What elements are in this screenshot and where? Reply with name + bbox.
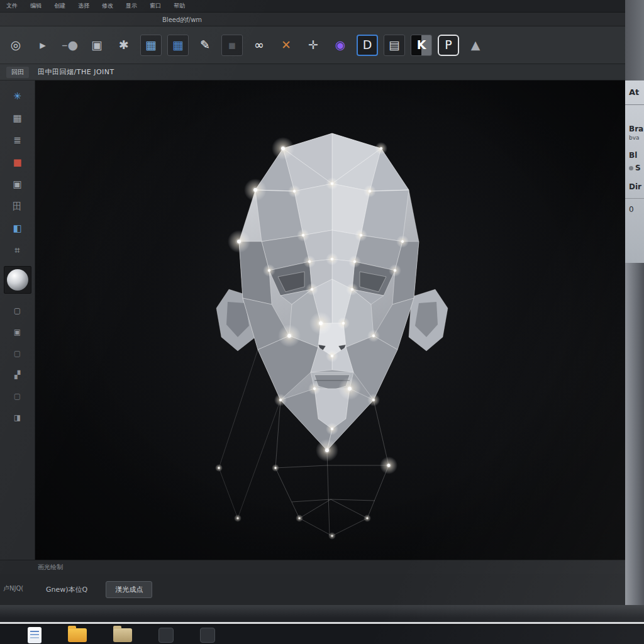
slot-2-icon[interactable]: ▣ bbox=[6, 324, 29, 340]
slider-icon[interactable]: –● bbox=[59, 35, 80, 56]
bottom-tab-bar: 卢NJQ( Gnew)本位Q 漢光成点 bbox=[0, 574, 625, 605]
corner-label: 卢NJQ( bbox=[3, 584, 23, 593]
selection-circle-icon[interactable]: ◎ bbox=[5, 35, 26, 56]
slot-6-icon[interactable]: ◨ bbox=[6, 409, 29, 426]
slot-5-icon[interactable]: ▢ bbox=[6, 388, 29, 404]
shelf-label: Bleed的f/wm bbox=[162, 16, 202, 25]
attr-s: S bbox=[625, 162, 644, 174]
attr-bl: Bl bbox=[625, 149, 644, 162]
attr-value: 0 bbox=[625, 198, 644, 216]
grid-icon[interactable]: ▦ bbox=[6, 110, 29, 126]
tab-gnew[interactable]: Gnew)本位Q bbox=[36, 581, 97, 598]
chart-panel-icon[interactable]: ▤ bbox=[384, 35, 405, 56]
preset-icon[interactable]: P bbox=[438, 35, 459, 56]
path-bar: 回田 田中田回烟/THE JOINT bbox=[0, 64, 625, 80]
folder-gray-icon[interactable] bbox=[113, 628, 132, 642]
path-tab[interactable]: 回田 bbox=[6, 67, 29, 78]
menu-select[interactable]: 选择 bbox=[78, 2, 89, 10]
dcc-app-window: 文件 编辑 创建 选择 修改 显示 窗口 帮助 Bleed的f/wm bbox=[0, 0, 644, 605]
lowpoly-head-model bbox=[181, 116, 483, 543]
attribute-label: bva bbox=[629, 135, 640, 141]
slot-4-icon[interactable]: ▞ bbox=[6, 367, 29, 383]
attribute-panel: At Bra bva Bl S bbox=[625, 80, 644, 263]
status-strip: 画光绘制 bbox=[0, 560, 625, 574]
collapse-icon[interactable]: ▲ bbox=[465, 35, 486, 56]
tab-render[interactable]: 漢光成点 bbox=[106, 581, 152, 598]
attr-dir: Dir bbox=[625, 180, 644, 193]
attribute-label: Dir bbox=[629, 182, 641, 191]
material-sphere-preview[interactable] bbox=[4, 266, 31, 294]
slot-3-icon[interactable]: ▢ bbox=[6, 345, 29, 362]
menu-help[interactable]: 帮助 bbox=[174, 2, 185, 10]
contrast-icon[interactable]: K bbox=[411, 35, 432, 56]
viewport-layout-a-icon[interactable]: ▦ bbox=[140, 35, 162, 56]
menu-create[interactable]: 创建 bbox=[54, 2, 65, 10]
cells-icon[interactable]: 田 bbox=[6, 198, 29, 214]
attribute-label: Bl bbox=[629, 151, 637, 160]
attribute-label: S bbox=[635, 164, 641, 172]
magnet-sphere-icon[interactable]: ◉ bbox=[330, 35, 351, 56]
playback-icon[interactable]: ▸ bbox=[32, 35, 53, 56]
attr-header: At bbox=[625, 86, 644, 105]
monitor-bezel-right bbox=[625, 263, 644, 605]
record-icon[interactable]: ■ bbox=[6, 154, 29, 170]
pen-icon[interactable]: ✎ bbox=[194, 35, 216, 56]
menu-display[interactable]: 显示 bbox=[126, 2, 137, 10]
attribute-label: 0 bbox=[629, 205, 634, 214]
attribute-label: Bra bbox=[629, 125, 643, 133]
menubar: 文件 编辑 创建 选择 修改 显示 窗口 帮助 bbox=[0, 0, 625, 13]
layers-icon[interactable]: ≣ bbox=[6, 132, 29, 148]
snap-points-icon[interactable]: ✳ bbox=[6, 88, 29, 104]
crossed-tools-icon[interactable]: ✕ bbox=[275, 35, 297, 56]
menu-file[interactable]: 文件 bbox=[6, 2, 18, 10]
menu-window[interactable]: 窗口 bbox=[150, 2, 161, 10]
item-path: 田中田回烟/THE JOINT bbox=[38, 67, 114, 77]
monitor-photo: 文件 编辑 创建 选择 修改 显示 窗口 帮助 Bleed的f/wm bbox=[0, 0, 644, 644]
3d-viewport[interactable] bbox=[35, 80, 625, 560]
display-toggle-icon[interactable]: D bbox=[357, 35, 378, 56]
attr-bva: bva bbox=[625, 133, 644, 143]
hash-icon[interactable]: ⌗ bbox=[6, 242, 29, 258]
monitor-bezel-top-right bbox=[625, 0, 644, 80]
menu-edit[interactable]: 编辑 bbox=[30, 2, 42, 10]
cube-icon[interactable]: ▣ bbox=[6, 176, 29, 192]
status-dot-icon bbox=[629, 166, 633, 170]
menu-modify[interactable]: 修改 bbox=[102, 2, 113, 10]
toolbox-lower-icons: ▢ ▣ ▢ ▞ ▢ bbox=[0, 294, 35, 426]
slot-1-icon[interactable]: ▢ bbox=[6, 303, 29, 319]
infinity-link-icon[interactable]: ∞ bbox=[248, 35, 270, 56]
package-icon[interactable]: ▣ bbox=[86, 35, 108, 56]
monitor-bezel-bottom bbox=[0, 605, 644, 624]
taskbar bbox=[0, 626, 644, 644]
shelf-row: Bleed的f/wm bbox=[0, 13, 625, 26]
left-toolbox: ✳ ▦ ≣ ■ ▣ bbox=[0, 80, 35, 560]
toolbox-icons: ✳ ▦ ≣ ■ ▣ bbox=[0, 80, 35, 258]
app-dark-2-icon[interactable] bbox=[200, 628, 215, 643]
gear-flower-icon[interactable]: ✱ bbox=[113, 35, 135, 56]
swatch-icon[interactable]: ▪ bbox=[221, 35, 243, 56]
panel-split-icon[interactable]: ◧ bbox=[6, 220, 29, 236]
folder-icon[interactable] bbox=[68, 628, 87, 642]
app-dark-icon[interactable] bbox=[158, 628, 174, 643]
editor-tabs: Gnew)本位Q 漢光成点 bbox=[36, 581, 152, 598]
status-label: 画光绘制 bbox=[38, 563, 63, 572]
viewport-layout-b-icon[interactable]: ▦ bbox=[167, 35, 189, 56]
toolbar: ◎ ▸ –● ▣ ✱ ▦ bbox=[0, 26, 625, 64]
document-icon[interactable] bbox=[28, 627, 42, 643]
attribute-label: At bbox=[629, 87, 639, 97]
probe-tool-icon[interactable]: ✛ bbox=[303, 35, 324, 56]
